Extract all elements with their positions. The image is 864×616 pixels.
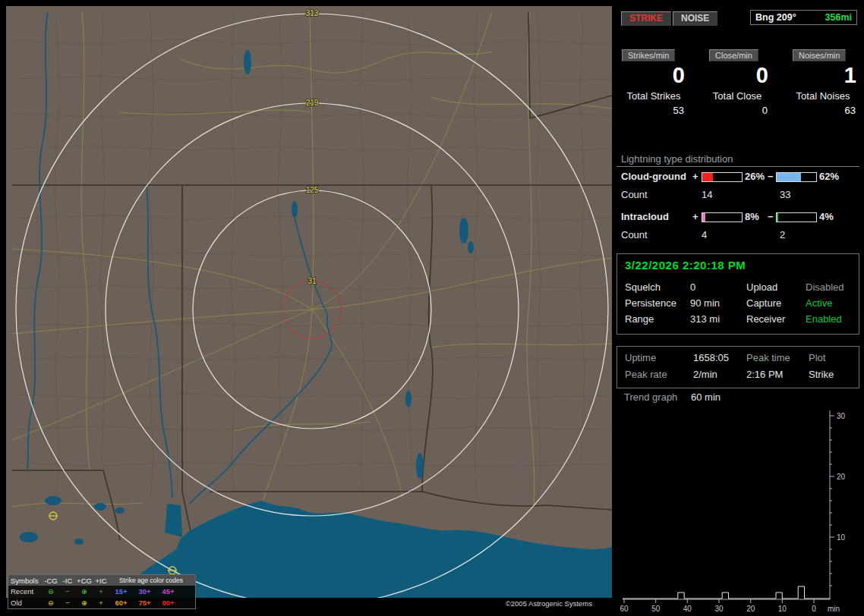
ring-label-125: 125 (306, 186, 319, 194)
capture-label: Capture (746, 297, 806, 309)
total-strikes-value: 53 (621, 105, 686, 116)
ring-label-31: 31 (307, 277, 317, 285)
trend-x-20: 20 (746, 605, 755, 613)
bearing-value: Bng 209° (755, 12, 796, 23)
trend-x-40: 40 (683, 605, 692, 613)
capture-status: Active (806, 297, 859, 309)
cg-plus-count: 14 (702, 189, 712, 200)
old-pos-ic-icon: + (93, 599, 109, 607)
ic-minus-sign: − (768, 211, 774, 222)
total-strikes-label: Total Strikes (621, 90, 686, 102)
trend-axes (623, 410, 830, 599)
trend-graph: 30 20 10 60 50 40 30 20 10 0 min (616, 406, 864, 616)
lightning-map: 313 219 125 31 (6, 6, 612, 598)
legend-old-label: Old (11, 599, 43, 607)
peak-time-value: 2:16 PM (746, 369, 809, 380)
age-90: 90+ (156, 599, 180, 607)
cg-minus-bar (776, 172, 817, 182)
legend-recent-row: Recent ⊖ − ⊕ + 15+ 30+ 45+ (8, 586, 195, 597)
mobile-bay (165, 504, 182, 537)
trend-x-labels: 60 50 40 30 20 10 0 min (620, 605, 840, 613)
cg-count-label: Count (621, 189, 648, 200)
ic-plus-bar-fill (702, 213, 705, 222)
ring-label-313: 313 (306, 9, 319, 17)
cloud-ground-label: Cloud-ground (621, 171, 686, 182)
status-box: 3/22/2026 2:20:18 PM Squelch 0 Upload Di… (616, 253, 859, 335)
app-window: 313 219 125 31 Symbols -CG -IC +CG +IC S… (0, 0, 864, 616)
recent-neg-ic-icon: − (59, 587, 76, 596)
bearing-readout: Bng 209° 356mi (750, 10, 857, 25)
ic-minus-count: 2 (780, 229, 785, 240)
trend-window-value: 60 min (691, 391, 721, 403)
peak-time-label: Peak time (746, 352, 809, 363)
total-noises-label: Total Noises (788, 90, 858, 102)
ic-minus-pct: 4% (819, 211, 834, 222)
recent-neg-cg-icon: ⊖ (43, 587, 59, 596)
age-45: 45+ (156, 587, 180, 596)
age-30: 30+ (133, 587, 156, 596)
trend-y-30: 30 (837, 412, 846, 420)
receiver-status: Enabled (806, 313, 859, 325)
noises-per-min-value: 1 (788, 63, 858, 88)
legend-col-pos-cg: +CG (76, 577, 93, 585)
legend-age-header: Strike age color codes (109, 577, 193, 584)
cg-plus-bar (702, 172, 743, 182)
peak-rate-label: Peak rate (625, 369, 693, 380)
age-60: 60+ (109, 599, 133, 607)
close-per-min-value: 0 (705, 63, 770, 88)
squelch-value: 0 (690, 281, 746, 293)
persistence-value: 90 min (690, 297, 746, 309)
copyright-text: ©2005 Astrogenic Systems (471, 599, 592, 608)
noise-mode-button[interactable]: NOISE (673, 11, 717, 26)
recent-pos-ic-icon: + (93, 587, 109, 596)
trend-x-10: 10 (778, 605, 787, 613)
age-75: 75+ (133, 599, 156, 607)
cg-plus-sign: + (692, 171, 698, 182)
legend-recent-label: Recent (11, 587, 43, 596)
trend-x-30: 30 (714, 605, 724, 613)
strikes-per-min-button[interactable]: Strikes/min (622, 49, 675, 61)
recent-pos-cg-icon: ⊕ (76, 587, 93, 596)
range-value: 313 mi (690, 313, 746, 325)
strike-mode-button[interactable]: STRIKE (621, 11, 671, 26)
trend-y-10: 10 (837, 533, 846, 542)
ic-minus-bar (776, 212, 817, 222)
ic-plus-pct: 8% (745, 211, 759, 222)
ring-label-219: 219 (306, 99, 319, 107)
old-pos-cg-icon: ⊕ (76, 599, 93, 607)
cg-plus-bar-fill (702, 173, 713, 181)
settings-grid: Squelch 0 Upload Disabled Persistence 90… (617, 281, 859, 325)
noises-per-min-button[interactable]: Noises/min (793, 49, 846, 61)
plot-label: Plot (809, 352, 859, 363)
datetime-display: 3/22/2026 2:20:18 PM (625, 259, 859, 272)
trend-graph-label: Trend graph (624, 391, 677, 403)
uptime-label: Uptime (625, 352, 693, 363)
bearing-range-value: 356mi (825, 12, 852, 23)
cg-plus-pct: 26% (745, 171, 765, 182)
intracloud-label: Intracloud (621, 211, 669, 222)
strikes-per-min-value: 0 (621, 63, 686, 88)
trend-y-20: 20 (837, 473, 846, 481)
trend-x-60: 60 (620, 605, 629, 613)
legend-symbols-header: Symbols (11, 577, 43, 585)
cg-minus-sign: − (768, 171, 774, 182)
persistence-label: Persistence (625, 297, 690, 309)
ic-plus-count: 4 (702, 229, 707, 240)
upload-label: Upload (746, 281, 806, 293)
legend-col-neg-ic: -IC (59, 577, 76, 585)
upload-status: Disabled (806, 281, 859, 293)
total-close-label: Total Close (705, 90, 770, 102)
squelch-label: Squelch (625, 281, 690, 293)
age-15: 15+ (109, 587, 133, 596)
ic-minus-bar-fill (777, 213, 778, 222)
cg-minus-bar-fill (777, 173, 801, 181)
uptime-value: 1658:05 (693, 352, 746, 363)
cg-minus-count: 33 (780, 189, 790, 200)
map-legend: Symbols -CG -IC +CG +IC Strike age color… (8, 574, 196, 609)
close-per-min-button[interactable]: Close/min (709, 49, 758, 61)
legend-old-row: Old ⊖ − ⊕ + 60+ 75+ 90+ (8, 597, 195, 608)
ic-plus-bar (702, 212, 743, 222)
cg-minus-pct: 62% (819, 171, 839, 182)
uptime-grid: Uptime 1658:05 Peak time Plot Peak rate … (617, 352, 859, 380)
noises-column: Noises/min 1 Total Noises 63 (788, 48, 858, 116)
